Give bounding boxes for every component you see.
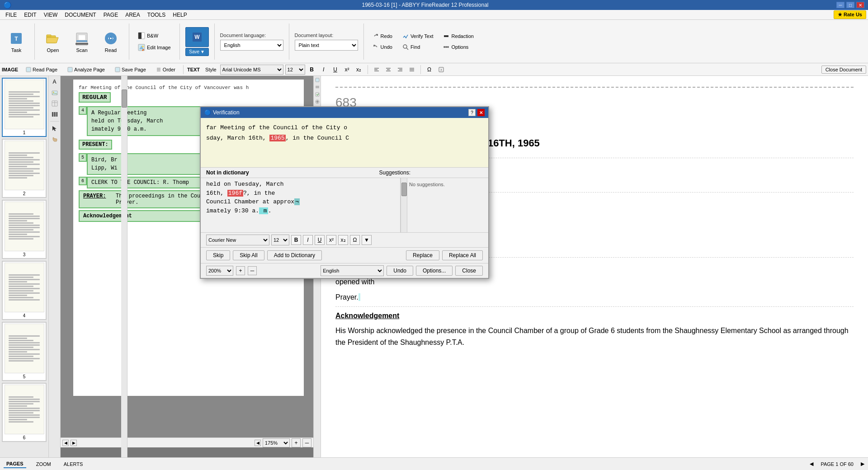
dialog-zoom-out[interactable]: ─ <box>248 266 257 275</box>
image-zoom-select[interactable]: 175% <box>263 438 290 447</box>
page-thumb-5[interactable]: 5 <box>2 322 47 381</box>
dialog-language-select[interactable]: English <box>321 265 384 276</box>
task-button[interactable]: T Task <box>4 26 29 57</box>
replace-button[interactable]: Replace <box>406 250 439 260</box>
image-hscroll-left[interactable]: ◀ <box>255 440 261 446</box>
barcode-tool-button[interactable] <box>50 109 60 119</box>
font-size-select[interactable]: 12 <box>285 65 305 75</box>
replace-all-button[interactable]: Replace All <box>442 250 483 260</box>
minimize-button[interactable]: ─ <box>836 2 844 8</box>
page-thumb-3[interactable]: 3 <box>2 200 47 259</box>
menu-edit[interactable]: EDIT <box>20 11 40 19</box>
page-thumb-1[interactable]: 1 <box>2 78 47 137</box>
underline-button[interactable]: U <box>330 65 340 75</box>
restore-button[interactable]: □ <box>846 2 854 8</box>
hand-tool-button[interactable] <box>50 134 60 144</box>
nav-prev-button[interactable]: ◀ <box>810 461 813 467</box>
read-button[interactable]: Read <box>98 26 123 57</box>
dialog-editor-scrollbar[interactable] <box>401 178 407 232</box>
page-thumb-4[interactable]: 4 <box>2 261 47 320</box>
order-button[interactable]: Order <box>152 66 179 74</box>
superscript-button[interactable]: x² <box>342 65 352 75</box>
dialog-help-button[interactable]: ? <box>468 109 476 116</box>
nav-next-button[interactable]: ▶ <box>861 461 864 467</box>
align-center-button[interactable] <box>383 65 393 75</box>
verify-text-button[interactable]: Verify Text <box>399 32 437 41</box>
open-button[interactable]: Open <box>40 26 66 57</box>
dialog-title-bar[interactable]: 🔵 Verification ? ✕ <box>201 107 488 118</box>
menu-file[interactable]: FILE <box>2 11 20 19</box>
menu-area[interactable]: AREA <box>122 11 144 19</box>
special-chars-button[interactable]: X <box>436 65 446 75</box>
image-zoom-out[interactable]: ─ <box>302 438 311 447</box>
image-scroll-left[interactable]: ◀ <box>62 440 69 446</box>
menu-tools[interactable]: TOOLS <box>144 11 169 19</box>
menu-document[interactable]: DOCUMENT <box>61 11 99 19</box>
doc-language-select[interactable]: English <box>220 40 283 51</box>
dialog-omega-button[interactable]: Ω <box>350 235 360 245</box>
menu-page[interactable]: PAGE <box>100 11 122 19</box>
page-thumb-2[interactable]: 2 <box>2 139 47 198</box>
italic-button[interactable]: I <box>319 65 329 75</box>
align-left-button[interactable] <box>372 65 382 75</box>
text-tool-button[interactable]: A <box>50 77 60 87</box>
zoom-tab[interactable]: ZOOM <box>33 461 54 468</box>
redaction-button[interactable]: Redaction <box>440 32 477 41</box>
rt-btn-3[interactable] <box>314 91 321 98</box>
save-button[interactable]: W <box>185 27 209 47</box>
scan-button[interactable]: Scan <box>69 26 94 57</box>
dialog-font-size-select[interactable]: 12 <box>271 235 289 245</box>
image-zoom-in[interactable]: + <box>292 438 301 447</box>
dialog-close-main-button[interactable]: Close <box>455 266 483 276</box>
rt-btn-2[interactable] <box>314 84 321 90</box>
read-page-button[interactable]: Read Page <box>22 66 61 74</box>
dialog-italic-button[interactable]: I <box>303 235 313 245</box>
dialog-undo-button[interactable]: Undo <box>387 266 413 276</box>
table-tool-button[interactable] <box>50 99 60 108</box>
close-document-button[interactable]: Close Document <box>821 66 866 74</box>
dialog-close-button[interactable]: ✕ <box>477 109 485 116</box>
options-button[interactable]: Options <box>440 42 477 52</box>
redo-button[interactable]: Redo <box>369 32 396 41</box>
image-scroll-right[interactable]: ▶ <box>71 440 77 446</box>
doc-layout-select[interactable]: Plain text <box>295 40 358 51</box>
bold-button[interactable]: B <box>307 65 317 75</box>
bw-button[interactable]: B&W <box>135 31 174 41</box>
undo-button[interactable]: Undo <box>369 42 396 52</box>
select-tool-button[interactable] <box>50 123 60 133</box>
image-tool-button[interactable] <box>50 88 60 98</box>
save-dropdown-button[interactable]: Save ▼ <box>185 48 209 56</box>
rt-btn-4[interactable] <box>314 99 321 105</box>
justify-button[interactable] <box>407 65 417 75</box>
dialog-bold-button[interactable]: B <box>291 235 301 245</box>
omega-button[interactable]: Ω <box>425 65 434 75</box>
rate-us-button[interactable]: ★ Rate Us <box>834 10 866 19</box>
menu-view[interactable]: VIEW <box>40 11 61 19</box>
subscript-button[interactable]: x₂ <box>354 65 364 75</box>
align-right-button[interactable] <box>395 65 405 75</box>
dialog-underline-button[interactable]: U <box>315 235 325 245</box>
dialog-subscript-button[interactable]: x₂ <box>338 235 348 245</box>
close-button[interactable]: ✕ <box>856 2 864 8</box>
skip-all-button[interactable]: Skip All <box>233 250 264 260</box>
dialog-superscript-button[interactable]: x² <box>326 235 336 245</box>
dialog-zoom-select[interactable]: 200% <box>206 266 233 276</box>
analyze-page-button[interactable]: Analyze Page <box>63 66 109 74</box>
dialog-omega-dropdown[interactable]: ▼ <box>362 235 372 245</box>
rt-btn-1[interactable] <box>314 77 321 83</box>
menu-help[interactable]: HELP <box>169 11 190 19</box>
image-vscroll[interactable] <box>121 76 127 437</box>
dialog-zoom-in[interactable]: + <box>236 266 245 275</box>
save-page-button[interactable]: Save Page <box>111 66 150 74</box>
skip-button[interactable]: Skip <box>206 250 230 260</box>
alerts-tab[interactable]: ALERTS <box>61 461 86 468</box>
dialog-font-select[interactable]: Courier New <box>206 235 269 245</box>
dialog-options-button[interactable]: Options... <box>416 266 453 276</box>
font-family-select[interactable]: Arial Unicode MS <box>220 65 283 75</box>
pages-tab[interactable]: PAGES <box>4 460 26 468</box>
dialog-text-editor[interactable]: held on Tuesday, March 16th, 196f?, in t… <box>201 178 401 232</box>
edit-image-button[interactable]: Edit Image <box>135 42 174 52</box>
page-thumb-6[interactable]: 6 <box>2 383 47 442</box>
add-to-dictionary-button[interactable]: Add to Dictionary <box>267 250 322 260</box>
find-button[interactable]: Find <box>399 42 437 52</box>
